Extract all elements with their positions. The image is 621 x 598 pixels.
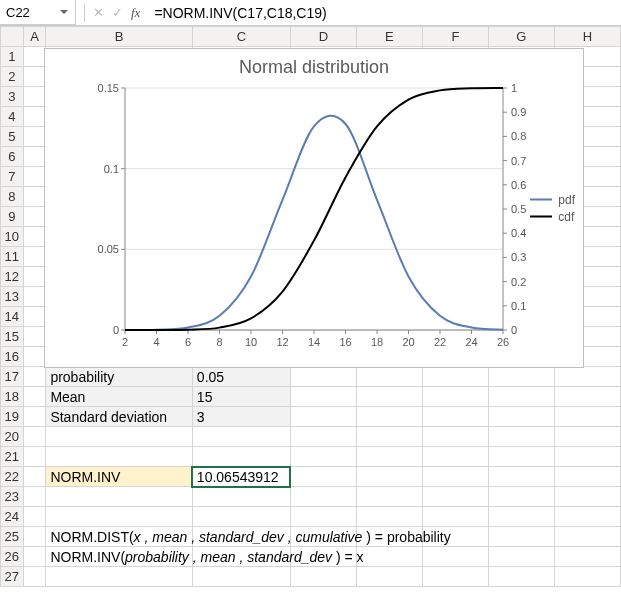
fx-icon[interactable]: fx [131,5,140,21]
cell-B20[interactable] [46,427,192,447]
cell-A15[interactable] [23,327,46,347]
row-header-26[interactable]: 26 [1,547,24,567]
row-header-12[interactable]: 12 [1,267,24,287]
cell-A7[interactable] [23,167,46,187]
row-header-5[interactable]: 5 [1,127,24,147]
row-header-22[interactable]: 22 [1,467,24,487]
cell-H26[interactable] [554,547,620,567]
cell-H25[interactable] [554,527,620,547]
cell-H22[interactable] [554,467,620,487]
cell-D22[interactable] [290,467,356,487]
cell-D17[interactable] [290,367,356,387]
cell-G18[interactable] [488,387,554,407]
cell-A9[interactable] [23,207,46,227]
cell-D19[interactable] [290,407,356,427]
cell-G23[interactable] [488,487,554,507]
cell-A14[interactable] [23,307,46,327]
cell-A4[interactable] [23,107,46,127]
cell-A3[interactable] [23,87,46,107]
cell-G21[interactable] [488,447,554,467]
name-box[interactable]: C22 [0,0,76,25]
cell-B27[interactable] [46,567,192,587]
cell-B25[interactable]: NORM.DIST(x , mean , standard_dev , cumu… [46,527,192,547]
cell-A11[interactable] [23,247,46,267]
cell-A25[interactable] [23,527,46,547]
col-header-G[interactable]: G [488,27,554,47]
cell-H17[interactable] [554,367,620,387]
row-header-24[interactable]: 24 [1,507,24,527]
cell-F24[interactable] [422,507,488,527]
row-header-2[interactable]: 2 [1,67,24,87]
cell-G25[interactable] [488,527,554,547]
cell-E24[interactable] [356,507,422,527]
cell-H24[interactable] [554,507,620,527]
cell-G17[interactable] [488,367,554,387]
spreadsheet-grid[interactable]: A B C D E F G H 123456789101112131415161… [0,26,621,587]
cell-A2[interactable] [23,67,46,87]
cell-B17[interactable]: probability [46,367,192,387]
row-header-23[interactable]: 23 [1,487,24,507]
cell-A22[interactable] [23,467,46,487]
row-header-18[interactable]: 18 [1,387,24,407]
cell-G19[interactable] [488,407,554,427]
cell-C24[interactable] [192,507,290,527]
cell-A21[interactable] [23,447,46,467]
cell-G22[interactable] [488,467,554,487]
cell-A1[interactable] [23,47,46,67]
cell-A24[interactable] [23,507,46,527]
cell-A26[interactable] [23,547,46,567]
cell-A23[interactable] [23,487,46,507]
cell-B18[interactable]: Mean [46,387,192,407]
col-header-E[interactable]: E [356,27,422,47]
cell-F22[interactable] [422,467,488,487]
cancel-icon[interactable]: ✕ [93,5,104,20]
cell-A20[interactable] [23,427,46,447]
cell-A27[interactable] [23,567,46,587]
cell-H23[interactable] [554,487,620,507]
cell-E22[interactable] [356,467,422,487]
row-header-25[interactable]: 25 [1,527,24,547]
row-header-17[interactable]: 17 [1,367,24,387]
cell-G24[interactable] [488,507,554,527]
cell-G27[interactable] [488,567,554,587]
cell-F23[interactable] [422,487,488,507]
cell-F17[interactable] [422,367,488,387]
cell-A19[interactable] [23,407,46,427]
cell-B22[interactable]: NORM.INV [46,467,192,487]
cell-E26[interactable] [356,547,422,567]
cell-G26[interactable] [488,547,554,567]
cell-C18[interactable]: 15 [192,387,290,407]
cell-E21[interactable] [356,447,422,467]
cell-C23[interactable] [192,487,290,507]
cell-A8[interactable] [23,187,46,207]
cell-A17[interactable] [23,367,46,387]
row-header-11[interactable]: 11 [1,247,24,267]
cell-E27[interactable] [356,567,422,587]
cell-F26[interactable] [422,547,488,567]
enter-icon[interactable]: ✓ [112,5,123,20]
row-header-14[interactable]: 14 [1,307,24,327]
row-header-19[interactable]: 19 [1,407,24,427]
cell-B21[interactable] [46,447,192,467]
col-header-A[interactable]: A [23,27,46,47]
row-header-7[interactable]: 7 [1,167,24,187]
cell-H27[interactable] [554,567,620,587]
cell-A10[interactable] [23,227,46,247]
col-header-B[interactable]: B [46,27,192,47]
cell-E23[interactable] [356,487,422,507]
cell-A16[interactable] [23,347,46,367]
row-header-8[interactable]: 8 [1,187,24,207]
col-header-C[interactable]: C [192,27,290,47]
row-header-9[interactable]: 9 [1,207,24,227]
cell-B19[interactable]: Standard deviation [46,407,192,427]
col-header-F[interactable]: F [422,27,488,47]
row-header-21[interactable]: 21 [1,447,24,467]
cell-A6[interactable] [23,147,46,167]
select-all-corner[interactable] [1,27,24,47]
cell-H20[interactable] [554,427,620,447]
row-header-10[interactable]: 10 [1,227,24,247]
row-header-3[interactable]: 3 [1,87,24,107]
row-header-6[interactable]: 6 [1,147,24,167]
row-header-1[interactable]: 1 [1,47,24,67]
row-header-13[interactable]: 13 [1,287,24,307]
